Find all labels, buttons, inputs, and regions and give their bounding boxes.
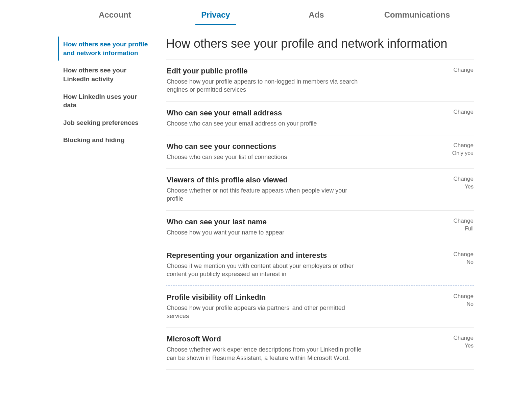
change-link[interactable]: Change [453, 176, 474, 182]
setting-status: Yes [453, 343, 474, 349]
setting-title: Representing your organization and inter… [167, 251, 363, 260]
setting-visibility-off-linkedin[interactable]: Profile visibility off LinkedIn Choose h… [166, 286, 474, 328]
setting-desc: Choose who can see your list of connecti… [167, 153, 287, 161]
change-link[interactable]: Change [453, 335, 474, 341]
setting-title: Who can see your last name [167, 218, 284, 226]
setting-status: No [453, 301, 474, 307]
setting-desc: Choose whether or not this feature appea… [167, 186, 363, 203]
setting-desc: Choose if we mention you with content ab… [167, 262, 363, 278]
setting-last-name[interactable]: Who can see your last name Choose how yo… [166, 210, 474, 244]
setting-title: Who can see your connections [167, 142, 287, 151]
tab-account[interactable]: Account [65, 3, 165, 24]
setting-connections-visibility[interactable]: Who can see your connections Choose who … [166, 135, 474, 169]
setting-viewers-also-viewed[interactable]: Viewers of this profile also viewed Choo… [166, 169, 474, 210]
change-link[interactable]: Change [453, 67, 474, 73]
sidebar: How others see your profile and network … [58, 37, 159, 370]
change-link[interactable]: Change [453, 293, 474, 300]
sidebar-item-linkedin-activity[interactable]: How others see your LinkedIn activity [58, 63, 152, 87]
setting-title: Profile visibility off LinkedIn [167, 293, 363, 302]
change-link[interactable]: Change [452, 142, 474, 149]
change-link[interactable]: Change [453, 218, 474, 224]
top-tabs: Account Privacy Ads Communications [58, 3, 474, 24]
setting-desc: Choose how your profile appears via part… [167, 304, 363, 320]
setting-title: Microsoft Word [167, 335, 363, 343]
setting-title: Edit your public profile [167, 67, 363, 75]
setting-public-profile[interactable]: Edit your public profile Choose how your… [166, 60, 474, 102]
sidebar-item-blocking[interactable]: Blocking and hiding [58, 132, 152, 148]
setting-email-visibility[interactable]: Who can see your email address Choose wh… [166, 102, 474, 135]
setting-title: Who can see your email address [167, 109, 317, 117]
setting-microsoft-word[interactable]: Microsoft Word Choose whether work exper… [166, 328, 474, 370]
setting-status: Full [453, 226, 474, 232]
sidebar-item-job-seeking[interactable]: Job seeking preferences [58, 115, 152, 131]
main-panel: How others see your profile and network … [159, 37, 474, 370]
sidebar-item-profile-network[interactable]: How others see your profile and network … [58, 37, 152, 61]
setting-desc: Choose how you want your name to appear [167, 228, 284, 237]
change-link[interactable]: Change [453, 251, 474, 258]
setting-title: Viewers of this profile also viewed [167, 176, 363, 184]
change-link[interactable]: Change [453, 109, 474, 115]
setting-status: No [453, 259, 474, 265]
sidebar-item-data-use[interactable]: How LinkedIn uses your data [58, 89, 152, 113]
tab-ads[interactable]: Ads [266, 3, 367, 24]
setting-desc: Choose whether work experience descripti… [167, 345, 363, 362]
setting-status: Yes [453, 184, 474, 190]
setting-status: Only you [452, 150, 474, 156]
tab-communications[interactable]: Communications [367, 3, 467, 24]
setting-representing-org[interactable]: Representing your organization and inter… [166, 244, 474, 286]
setting-desc: Choose how your profile appears to non-l… [167, 77, 363, 94]
tab-privacy[interactable]: Privacy [165, 3, 266, 24]
setting-desc: Choose who can see your email address on… [167, 119, 317, 128]
page-title: How others see your profile and network … [166, 37, 474, 51]
